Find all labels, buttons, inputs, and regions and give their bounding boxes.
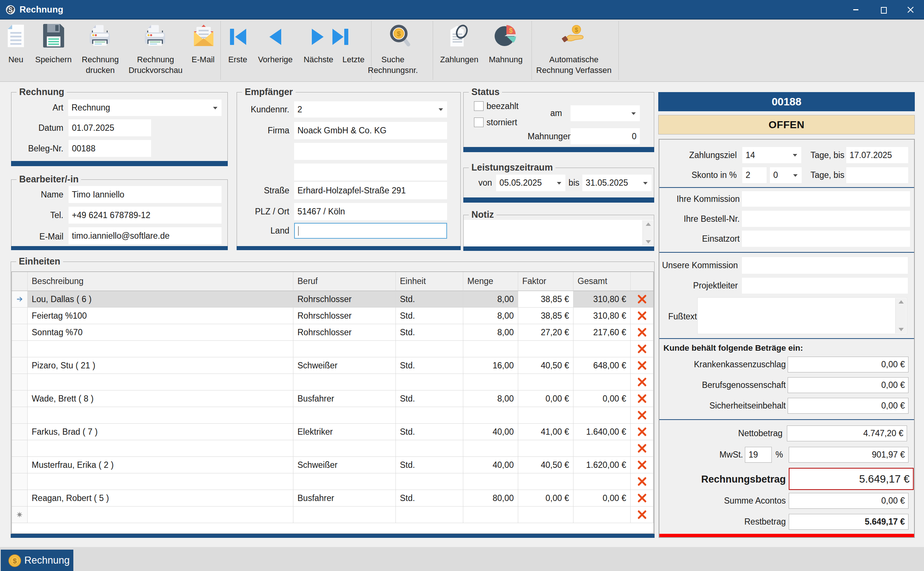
svg-text:$: $ [509,27,513,34]
svg-text:$: $ [397,30,401,37]
svg-text:$: $ [575,27,578,33]
svg-text:$: $ [13,557,17,565]
svg-text:S: S [8,6,12,14]
